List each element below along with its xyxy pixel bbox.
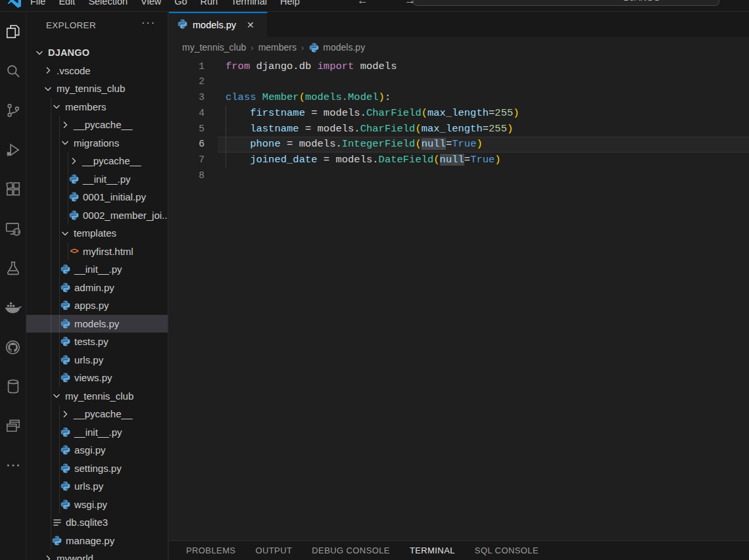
tree-folder-members[interactable]: members [26, 98, 168, 116]
line-number[interactable]: 4 [169, 106, 205, 122]
breadcrumb-item-models-py[interactable]: models.py [308, 42, 365, 53]
breadcrumb-item-my-tennis-club[interactable]: my_tennis_club [182, 42, 246, 53]
chevron-down-icon [34, 47, 45, 58]
menu-run[interactable]: Run [194, 0, 225, 9]
tree-folder--pycache-[interactable]: __pycache__ [26, 152, 168, 170]
line-number[interactable]: 1 [169, 59, 205, 75]
tree-file-asgi-py[interactable]: asgi.py [26, 441, 168, 459]
breadcrumb-separator-icon: › [297, 43, 308, 53]
panel-tab-sql-console[interactable]: SQL CONSOLE [475, 546, 539, 555]
tree-folder-myworld[interactable]: myworld [26, 549, 168, 560]
tree-indent-guide [59, 170, 60, 189]
tab-models-py[interactable]: models.py ✕ [169, 12, 268, 37]
tree-file--init-py[interactable]: __init__.py [26, 170, 168, 189]
tree-folder-my-tennis-club[interactable]: my_tennis_club [26, 387, 168, 406]
menu-view[interactable]: View [134, 0, 168, 9]
tree-file-settings-py[interactable]: settings.py [26, 459, 168, 478]
tree-file-urls-py[interactable]: urls.py [26, 477, 168, 496]
extensions-icon[interactable] [0, 170, 26, 209]
panel-tab-output[interactable]: OUTPUT [255, 546, 292, 555]
close-icon[interactable]: ✕ [247, 20, 254, 30]
code-editor[interactable]: 1from django.db import models23class Mem… [169, 58, 749, 540]
code-line-5[interactable]: 5 lastname = models.CharField(max_length… [169, 122, 749, 137]
menu-selection[interactable]: Selection [82, 0, 134, 9]
menu-terminal[interactable]: Terminal [224, 0, 274, 9]
source-control-icon[interactable] [0, 91, 26, 130]
code-line-6[interactable]: 6 phone = models.IntegerField(null=True) [169, 137, 749, 152]
menu-file[interactable]: File [24, 0, 52, 9]
tree-folder-migrations[interactable]: migrations [26, 134, 168, 152]
tree-file-0002-member-joi-[interactable]: 0002_member_joi... [26, 206, 168, 225]
github-icon[interactable] [0, 327, 26, 367]
line-number[interactable]: 8 [169, 168, 205, 184]
line-number[interactable]: 3 [169, 90, 205, 106]
tree-file-0001-initial-py[interactable]: 0001_initial.py [26, 188, 168, 206]
windows-icon[interactable] [0, 406, 26, 446]
tree-item-label: manage.py [66, 535, 114, 546]
tree-file-apps-py[interactable]: apps.py [26, 296, 168, 315]
tree-item-label: urls.py [74, 354, 103, 365]
tree-file-manage-py[interactable]: manage.py [26, 532, 168, 550]
tree-indent-guide [51, 477, 51, 496]
breadcrumb: my_tennis_club›members› models.py [169, 37, 749, 58]
tree-file-tests-py[interactable]: tests.py [26, 333, 168, 351]
tree-item-label: __init__.py [74, 427, 122, 438]
line-number[interactable]: 2 [169, 74, 205, 90]
panel-tab-problems[interactable]: PROBLEMS [186, 546, 235, 555]
tree-item-label: wsgi.py [74, 499, 107, 510]
tree-indent-guide [51, 333, 51, 351]
database-icon[interactable] [0, 367, 26, 406]
tree-file-wsgi-py[interactable]: wsgi.py [26, 496, 168, 514]
line-number[interactable]: 5 [169, 122, 205, 137]
tree-folder-django[interactable]: DJANGO [26, 43, 168, 62]
line-number[interactable]: 7 [169, 152, 205, 168]
code-line-1[interactable]: 1from django.db import models [169, 59, 749, 75]
tree-file-models-py[interactable]: models.py [26, 315, 168, 333]
tree-file-admin-py[interactable]: admin.py [26, 279, 168, 297]
tree-file-myfirst-html[interactable]: <>myfirst.html [26, 243, 168, 261]
search-icon[interactable] [0, 51, 26, 91]
more-icon[interactable] [0, 446, 26, 485]
menu-help[interactable]: Help [274, 0, 306, 9]
code-line-content: firstname = models.CharField(max_length=… [226, 106, 519, 122]
tree-folder--pycache-[interactable]: __pycache__ [26, 116, 168, 134]
tree-folder--vscode[interactable]: .vscode [26, 62, 168, 80]
tree-folder--pycache-[interactable]: __pycache__ [26, 405, 168, 423]
code-line-4[interactable]: 4 firstname = models.CharField(max_lengt… [169, 106, 749, 122]
menu-go[interactable]: Go [168, 0, 193, 9]
docker-icon[interactable] [0, 288, 26, 327]
command-center[interactable]: DJANGO [413, 0, 719, 6]
tree-folder-my-tennis-club[interactable]: my_tennis_club [26, 80, 168, 98]
code-line-3[interactable]: 3class Member(models.Model): [169, 90, 749, 106]
tree-folder-templates[interactable]: templates [26, 224, 168, 243]
explorer-more-actions-button[interactable]: ··· [141, 17, 156, 29]
tree-file-views-py[interactable]: views.py [26, 369, 168, 387]
chevron-right-icon [43, 65, 53, 76]
code-line-8[interactable]: 8 [169, 168, 749, 184]
breadcrumb-item-members[interactable]: members [258, 42, 297, 53]
testing-icon[interactable] [0, 248, 26, 288]
tree-item-label: DJANGO [48, 47, 89, 58]
tree-indent-guide [51, 513, 51, 532]
tree-indent-guide [51, 315, 51, 333]
tree-item-label: __pycache__ [74, 408, 132, 419]
nav-back-arrow[interactable]: ← [357, 0, 368, 7]
tree-item-label: my_tennis_club [65, 390, 133, 402]
python-icon [177, 18, 188, 32]
run-and-debug-icon[interactable] [0, 130, 26, 170]
explorer-icon[interactable] [0, 12, 26, 51]
line-number[interactable]: 6 [169, 137, 205, 152]
remote-explorer-icon[interactable] [0, 209, 26, 248]
tree-file--init-py[interactable]: __init__.py [26, 423, 168, 442]
code-line-2[interactable]: 2 [169, 74, 749, 90]
code-line-7[interactable]: 7 joined_date = models.DateField(null=Tr… [169, 152, 749, 168]
chevron-right-icon [68, 156, 79, 166]
tree-file-urls-py[interactable]: urls.py [26, 351, 168, 369]
tree-file-db-sqlite3[interactable]: db.sqlite3 [26, 513, 168, 532]
panel-tab-terminal[interactable]: TERMINAL [410, 546, 455, 555]
tree-file--init-py[interactable]: __init__.py [26, 260, 168, 279]
panel-tab-debug-console[interactable]: DEBUG CONSOLE [312, 546, 390, 555]
code-line-content: from django.db import models [226, 59, 397, 75]
menu-edit[interactable]: Edit [52, 0, 82, 9]
tree-item-label: __pycache__ [74, 119, 132, 130]
